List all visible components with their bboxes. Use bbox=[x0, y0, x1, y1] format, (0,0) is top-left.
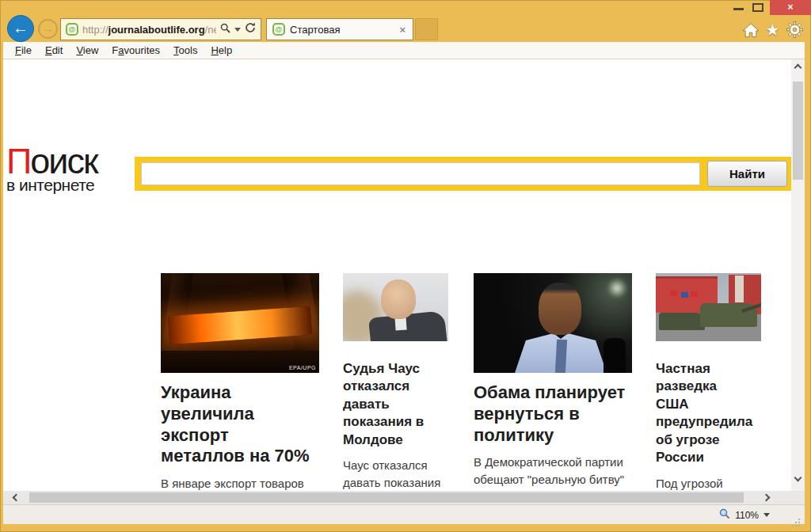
article-headline[interactable]: Судья Чаус отказался давать показания в … bbox=[343, 360, 440, 449]
tab-favicon-icon: @ bbox=[272, 23, 285, 36]
favorites-star-icon[interactable]: ★ bbox=[763, 21, 782, 39]
tab-startovaya[interactable]: @ Стартовая × bbox=[266, 18, 413, 40]
article-headline[interactable]: Частная разведка США предупредила об угр… bbox=[656, 360, 752, 467]
image-credit: EPA/UPG bbox=[289, 365, 316, 370]
menu-file[interactable]: File bbox=[15, 44, 32, 56]
menu-tools[interactable]: Tools bbox=[173, 44, 197, 56]
tab-title: Стартовая bbox=[290, 24, 393, 36]
article-teaser: В январе экспорт товаров bbox=[161, 475, 319, 491]
zoom-level: 110% bbox=[735, 510, 759, 521]
zoom-dropdown-icon bbox=[763, 513, 770, 517]
url-domain: journalaboutlife.org bbox=[109, 24, 205, 36]
tab-close-icon[interactable]: × bbox=[398, 24, 407, 36]
menu-favourites[interactable]: Favourites bbox=[112, 44, 160, 56]
article-teaser: Под угрозой находятся Украина, bbox=[656, 475, 761, 491]
scroll-up-icon[interactable] bbox=[791, 61, 805, 74]
article-obama-politics: Обама планирует вернуться в политику В Д… bbox=[474, 273, 632, 491]
vertical-scroll-thumb[interactable] bbox=[793, 82, 803, 180]
maximize-button[interactable] bbox=[752, 3, 763, 12]
vertical-scrollbar[interactable] bbox=[791, 59, 805, 491]
refresh-icon[interactable] bbox=[245, 22, 256, 36]
scroll-left-icon[interactable] bbox=[10, 491, 23, 504]
horizontal-scrollbar[interactable] bbox=[3, 491, 805, 504]
search-submit-button[interactable]: Найти bbox=[707, 161, 787, 187]
article-teaser: Чаус отказался давать показания bbox=[343, 457, 448, 491]
site-logo: Поиск в интернете bbox=[6, 143, 97, 195]
logo-subtitle: в интернете bbox=[6, 176, 97, 195]
article-us-intel-russia: Частная разведка США предупредила об угр… bbox=[656, 273, 761, 491]
url-prefix: http:// bbox=[82, 24, 109, 36]
new-tab-button[interactable] bbox=[415, 18, 438, 40]
scroll-down-icon[interactable] bbox=[791, 471, 805, 484]
article-judge-chaus: Судья Чаус отказался давать показания в … bbox=[343, 273, 448, 491]
home-icon[interactable] bbox=[741, 21, 760, 39]
article-image-steel-mill[interactable]: EPA/UPG bbox=[161, 273, 319, 373]
url-text: http://journalaboutlife.org/news/ bbox=[82, 24, 216, 36]
forward-button[interactable]: → bbox=[38, 19, 58, 39]
article-teaser: В Демократической партии обещают "реальн… bbox=[474, 454, 632, 491]
resize-grip[interactable] bbox=[798, 519, 800, 520]
scroll-right-icon[interactable] bbox=[760, 491, 773, 504]
status-bar: 110% bbox=[3, 504, 805, 524]
horizontal-scroll-thumb[interactable] bbox=[29, 492, 744, 503]
article-image-tanks[interactable] bbox=[656, 273, 761, 341]
search-icon[interactable] bbox=[220, 22, 230, 36]
search-input[interactable] bbox=[141, 162, 700, 185]
close-button[interactable]: × bbox=[770, 0, 811, 15]
article-headline[interactable]: Обама планирует вернуться в политику bbox=[474, 382, 626, 446]
back-button[interactable]: ← bbox=[7, 15, 34, 42]
address-dropdown-icon[interactable] bbox=[234, 28, 241, 32]
logo-title: Поиск bbox=[6, 143, 97, 179]
article-image-judge[interactable] bbox=[343, 273, 448, 341]
address-bar[interactable]: @ http://journalaboutlife.org/news/ bbox=[60, 18, 261, 40]
menu-bar: File Edit View Favourites Tools Help bbox=[3, 42, 805, 59]
site-favicon-icon: @ bbox=[66, 23, 78, 36]
page-content: Поиск в интернете Найти EPA/UPG Украина … bbox=[3, 59, 805, 491]
zoom-magnifier-icon bbox=[719, 508, 730, 522]
menu-help[interactable]: Help bbox=[211, 44, 232, 56]
zoom-control[interactable]: 110% bbox=[719, 505, 770, 525]
article-ukraine-metals: EPA/UPG Украина увеличила экспорт металл… bbox=[161, 273, 319, 491]
article-headline[interactable]: Украина увеличила экспорт металлов на 70… bbox=[161, 382, 313, 467]
settings-gear-icon[interactable] bbox=[785, 21, 805, 39]
menu-edit[interactable]: Edit bbox=[45, 44, 63, 56]
article-image-obama[interactable] bbox=[474, 273, 632, 373]
minimize-button[interactable] bbox=[733, 8, 744, 10]
menu-view[interactable]: View bbox=[76, 44, 98, 56]
search-bar: Найти bbox=[135, 157, 792, 191]
url-path: /news/ bbox=[205, 24, 216, 36]
